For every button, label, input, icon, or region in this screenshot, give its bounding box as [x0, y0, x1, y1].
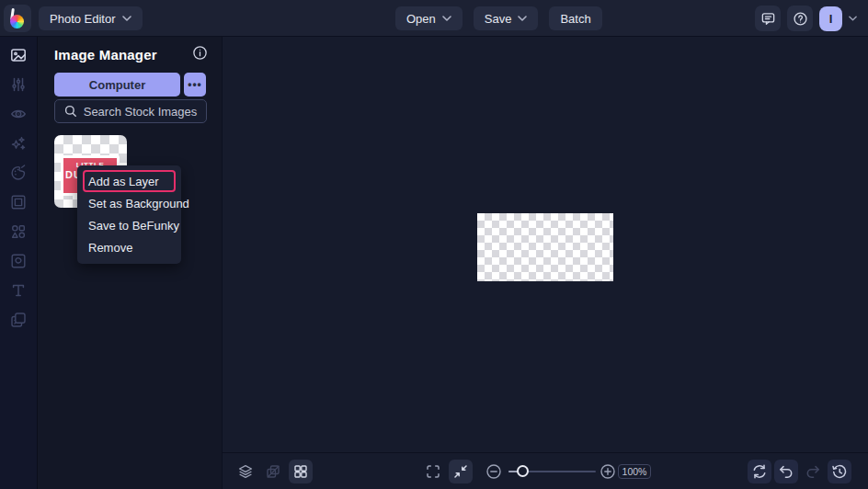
- info-button[interactable]: [192, 45, 208, 61]
- thumbnail-context-menu: Add as Layer Set as Background Save to B…: [77, 165, 181, 264]
- info-circle-icon: [192, 45, 208, 61]
- ellipsis-icon: •••: [188, 78, 202, 91]
- zoom-out-button[interactable]: [482, 460, 506, 483]
- rail-item-effects[interactable]: [6, 102, 30, 126]
- chevron-down-icon: [442, 16, 451, 21]
- image-manager-icon: [10, 47, 27, 63]
- save-button[interactable]: Save: [474, 6, 539, 30]
- search-stock-input[interactable]: Search Stock Images: [54, 99, 207, 123]
- rail-item-touchup[interactable]: [6, 131, 30, 155]
- history-icon: [831, 463, 848, 480]
- avatar[interactable]: I: [819, 6, 842, 31]
- rail-item-frames[interactable]: [6, 190, 30, 214]
- rail-item-textures[interactable]: [6, 249, 30, 273]
- batch-label: Batch: [560, 12, 590, 26]
- rail-item-artsy[interactable]: [6, 161, 30, 185]
- zoom-level-value: 100%: [622, 466, 647, 477]
- frame-icon: [10, 194, 27, 210]
- rail-item-graphics[interactable]: [6, 220, 30, 244]
- undo-button[interactable]: [774, 460, 798, 483]
- help-button[interactable]: [787, 6, 813, 31]
- batch-button[interactable]: Batch: [549, 6, 601, 30]
- open-label: Open: [406, 12, 436, 26]
- avatar-initial: I: [829, 12, 833, 26]
- undo-icon: [778, 463, 794, 480]
- menu-item-remove[interactable]: Remove: [77, 236, 181, 258]
- computer-label: Computer: [89, 78, 145, 92]
- app-switcher-label: Photo Editor: [50, 12, 116, 26]
- shapes-icon: [10, 223, 27, 240]
- menu-item-label: Add as Layer: [88, 175, 159, 188]
- layer-tools-group: [234, 460, 313, 483]
- view-tools-group: [421, 460, 473, 483]
- zoom-slider-knob[interactable]: [517, 465, 529, 477]
- duplicate-slash-icon: [265, 463, 281, 480]
- rail-item-text[interactable]: [6, 279, 30, 302]
- app-switcher-button[interactable]: Photo Editor: [39, 6, 143, 30]
- zoom-level-badge[interactable]: 100%: [618, 464, 651, 479]
- rail-item-adjustments[interactable]: [6, 73, 30, 97]
- image-manager-toggle-button[interactable]: [289, 460, 313, 483]
- more-sources-button[interactable]: •••: [184, 73, 206, 97]
- menu-item-save-to-befunky[interactable]: Save to BeFunky: [77, 214, 181, 236]
- eye-icon: [10, 106, 27, 122]
- fit-screen-button[interactable]: [449, 460, 473, 483]
- account-chevron-down-icon[interactable]: [849, 16, 857, 21]
- save-label: Save: [485, 12, 512, 26]
- tool-rail: [0, 37, 38, 489]
- image-manager-panel: Image Manager Computer ••• Search Stock …: [38, 37, 223, 489]
- befunky-logo[interactable]: [4, 5, 31, 32]
- chevron-down-icon: [518, 16, 527, 21]
- menu-item-set-as-background[interactable]: Set as Background: [77, 192, 181, 214]
- canvas-area[interactable]: [223, 37, 868, 452]
- search-placeholder: Search Stock Images: [84, 105, 198, 119]
- rail-item-image-manager[interactable]: [6, 43, 30, 67]
- bottom-toolbar: 100%: [223, 452, 868, 489]
- text-icon: [10, 282, 27, 299]
- redo-button[interactable]: [801, 460, 825, 483]
- menu-item-label: Set as Background: [88, 197, 189, 210]
- feedback-button[interactable]: [755, 6, 781, 31]
- sparkles-icon: [10, 135, 27, 152]
- adjustments-icon: [10, 76, 27, 93]
- chevron-down-icon: [122, 16, 131, 21]
- zoom-out-icon: [485, 463, 502, 480]
- reset-button[interactable]: [748, 460, 771, 483]
- zoom-in-button[interactable]: [596, 460, 620, 483]
- overlays-icon: [10, 312, 27, 328]
- befunky-logo-icon: [10, 8, 26, 28]
- redo-icon: [805, 463, 821, 480]
- rail-item-overlays[interactable]: [6, 308, 30, 332]
- open-button[interactable]: Open: [395, 6, 463, 30]
- menu-item-add-as-layer[interactable]: Add as Layer: [77, 170, 181, 192]
- feedback-bubble-icon: [760, 11, 776, 27]
- grid-icon: [292, 463, 309, 480]
- layers-button[interactable]: [234, 460, 257, 483]
- fullscreen-button[interactable]: [421, 460, 445, 483]
- reset-icon: [751, 463, 768, 480]
- fit-screen-icon: [452, 463, 469, 480]
- panel-title: Image Manager: [54, 47, 157, 63]
- menu-item-label: Remove: [88, 241, 132, 255]
- account-area: I: [755, 6, 857, 31]
- top-bar: Photo Editor Open Save Batch I: [0, 0, 868, 37]
- zoom-in-icon: [600, 463, 616, 480]
- menu-item-label: Save to BeFunky: [88, 219, 179, 233]
- zoom-slider[interactable]: [508, 471, 596, 472]
- layers-icon: [237, 463, 254, 480]
- magnifier-icon: [64, 105, 77, 118]
- help-question-icon: [793, 11, 808, 27]
- transparent-artboard[interactable]: [477, 213, 613, 281]
- palette-icon: [10, 165, 27, 181]
- history-button[interactable]: [828, 460, 851, 483]
- fullscreen-icon: [425, 463, 441, 480]
- texture-icon: [10, 253, 27, 269]
- history-tools-group: [748, 460, 851, 483]
- duplicate-button[interactable]: [261, 460, 285, 483]
- computer-upload-button[interactable]: Computer: [54, 73, 180, 97]
- file-actions: Open Save Batch: [395, 6, 602, 30]
